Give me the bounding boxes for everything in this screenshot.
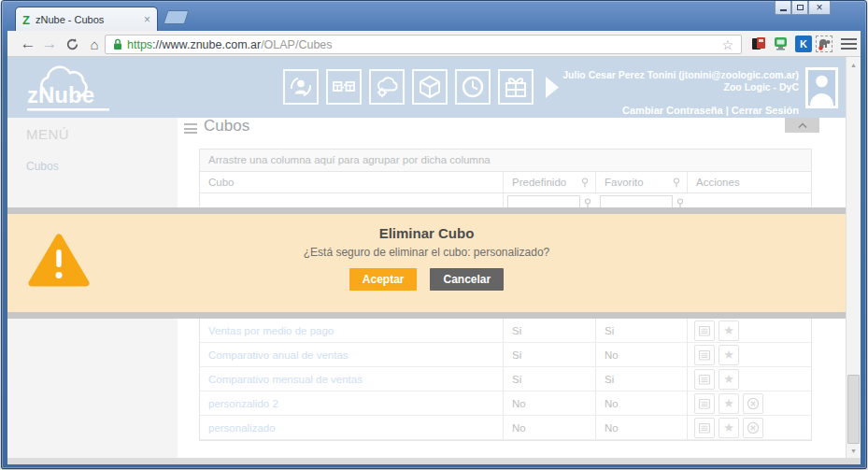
cube-name-link[interactable]: personalizado bbox=[208, 422, 276, 434]
url-text: https://www.znube.com.ar/OLAP/Cubes bbox=[127, 38, 333, 51]
cell-predefinido: No bbox=[504, 392, 596, 415]
table-row: Comparativo anual de ventas Si No ★ bbox=[200, 343, 811, 367]
cell-favorito: No bbox=[596, 343, 688, 366]
cube-name-link[interactable]: personzalido 2 bbox=[208, 398, 278, 409]
filter-pin-icon[interactable] bbox=[581, 178, 589, 188]
gift-icon[interactable] bbox=[498, 69, 534, 105]
cancel-button[interactable]: Cancelar bbox=[430, 268, 504, 291]
header-toolbar bbox=[283, 69, 560, 105]
sidebar-item-cubos[interactable]: Cubos bbox=[26, 160, 59, 173]
browser-tab[interactable]: Z zNube - Cubos × bbox=[15, 7, 158, 32]
dialog-title: Eliminar Cubo bbox=[7, 214, 846, 241]
table-row: Comparativo mensual de ventas Si Si ★ bbox=[200, 367, 811, 392]
extension-screen-icon[interactable] bbox=[773, 36, 790, 52]
arrow-right-icon[interactable] bbox=[546, 77, 560, 98]
filter-pin-icon[interactable] bbox=[673, 178, 680, 188]
view-cube-button[interactable] bbox=[694, 418, 715, 438]
data-transfer-icon[interactable] bbox=[326, 69, 362, 105]
list-icon bbox=[698, 324, 711, 337]
user-sync-icon[interactable] bbox=[283, 69, 319, 105]
https-lock-icon bbox=[113, 38, 122, 50]
tab-close-icon[interactable]: × bbox=[144, 13, 150, 26]
view-cube-button[interactable] bbox=[694, 320, 715, 341]
view-cube-button[interactable] bbox=[694, 393, 715, 414]
favorite-button[interactable]: ★ bbox=[719, 345, 739, 365]
vertical-scrollbar[interactable]: ▲ ▼ bbox=[846, 57, 861, 458]
column-header-predefinido[interactable]: Predefinido bbox=[504, 172, 596, 192]
cell-acciones: ★ bbox=[688, 343, 811, 366]
avatar[interactable] bbox=[805, 67, 838, 108]
cube-name-link[interactable]: Comparativo mensual de ventas bbox=[208, 374, 363, 385]
maximize-button[interactable] bbox=[791, 1, 808, 15]
extension-elephant-icon[interactable] bbox=[816, 36, 832, 52]
view-cube-button[interactable] bbox=[694, 345, 715, 365]
filter-pin-icon[interactable] bbox=[676, 198, 684, 207]
user-name: Julio Cesar Perez Tonini (jtonini@zoolog… bbox=[562, 69, 799, 81]
clock-icon[interactable] bbox=[455, 69, 491, 105]
star-icon: ★ bbox=[723, 397, 734, 409]
table-row: personalizado No No ★ bbox=[200, 416, 811, 440]
scrollbar-thumb[interactable] bbox=[847, 375, 860, 444]
delete-confirmation-dialog: Eliminar Cubo ¿Está seguro de eliminar e… bbox=[7, 207, 846, 319]
home-icon[interactable]: ⌂ bbox=[84, 31, 105, 57]
scroll-up-icon[interactable]: ▲ bbox=[847, 57, 861, 72]
logo-text: zNube bbox=[27, 82, 94, 107]
table-row: Ventas por medio de pago Si Si ★ bbox=[200, 319, 811, 343]
extension-k-icon[interactable]: K bbox=[795, 36, 812, 52]
x-circle-icon bbox=[747, 397, 760, 410]
logout-link[interactable]: Cerrar Sesión bbox=[732, 105, 799, 116]
favorite-button[interactable]: ★ bbox=[719, 369, 739, 390]
collapse-panel-button[interactable] bbox=[785, 118, 819, 133]
url-bar[interactable]: https://www.znube.com.ar/OLAP/Cubes ☆ bbox=[105, 35, 742, 54]
star-icon: ★ bbox=[723, 373, 734, 385]
chevron-up-icon bbox=[797, 122, 808, 129]
panel-menu-icon[interactable] bbox=[184, 123, 197, 134]
filter-input-predefinido[interactable] bbox=[507, 195, 580, 207]
back-icon[interactable]: ← bbox=[17, 31, 39, 57]
scroll-down-icon[interactable]: ▼ bbox=[847, 443, 861, 458]
cell-favorito: No bbox=[596, 416, 688, 439]
list-icon bbox=[698, 373, 711, 386]
cube-name-link[interactable]: Ventas por medio de pago bbox=[208, 325, 334, 336]
cell-predefinido: No bbox=[504, 416, 596, 439]
cloud-settings-icon[interactable] bbox=[369, 69, 405, 105]
cell-acciones: ★ bbox=[688, 319, 811, 342]
minimize-button[interactable] bbox=[775, 1, 791, 15]
delete-cube-button[interactable] bbox=[743, 393, 763, 414]
menu-icon[interactable] bbox=[841, 38, 857, 50]
delete-cube-button[interactable] bbox=[743, 418, 763, 438]
column-header-cubo[interactable]: Cubo bbox=[200, 172, 504, 192]
filter-row bbox=[199, 193, 812, 207]
group-panel[interactable]: Arrastre una columna aquí para agrupar p… bbox=[199, 149, 812, 172]
column-header-acciones[interactable]: Acciones bbox=[688, 172, 811, 192]
page-title: Cubos bbox=[204, 117, 249, 135]
app-header: zNube Julio Cesar Pere bbox=[7, 57, 861, 118]
cube-name-link[interactable]: Comparativo anual de ventas bbox=[208, 349, 349, 361]
grid-footer-space bbox=[199, 445, 812, 457]
accept-button[interactable]: Aceptar bbox=[349, 268, 418, 291]
cell-favorito: Si bbox=[596, 319, 688, 342]
favorite-button[interactable]: ★ bbox=[719, 393, 739, 414]
close-button[interactable]: × bbox=[808, 1, 831, 15]
tab-title: zNube - Cubos bbox=[36, 14, 138, 25]
favorite-button[interactable]: ★ bbox=[719, 320, 739, 341]
cubes-grid-header: Arrastre una columna aquí para agrupar p… bbox=[199, 149, 812, 207]
refresh-icon[interactable] bbox=[62, 31, 82, 57]
new-tab-button[interactable] bbox=[164, 10, 190, 24]
dialog-border-top bbox=[7, 207, 846, 214]
bookmark-star-icon[interactable]: ☆ bbox=[721, 37, 733, 52]
change-password-link[interactable]: Cambiar Contraseña bbox=[622, 105, 723, 116]
filter-input-favorito[interactable] bbox=[600, 195, 673, 207]
extension-red-icon[interactable] bbox=[750, 36, 767, 52]
cell-acciones: ★ bbox=[688, 392, 811, 415]
cube-icon[interactable] bbox=[412, 69, 448, 105]
warning-triangle-icon bbox=[28, 233, 90, 287]
filter-pin-icon[interactable] bbox=[584, 198, 591, 207]
forward-icon[interactable]: → bbox=[39, 31, 60, 57]
user-info: Julio Cesar Perez Tonini (jtonini@zoolog… bbox=[562, 69, 799, 116]
favorite-button[interactable]: ★ bbox=[719, 418, 739, 438]
browser-toolbar: ← → ⌂ https://www.znube.com.ar/OLAP/Cube… bbox=[7, 31, 861, 57]
column-header-favorito[interactable]: Favorito bbox=[596, 172, 688, 192]
horizontal-scrollbar-track[interactable] bbox=[7, 458, 861, 464]
view-cube-button[interactable] bbox=[694, 369, 715, 390]
